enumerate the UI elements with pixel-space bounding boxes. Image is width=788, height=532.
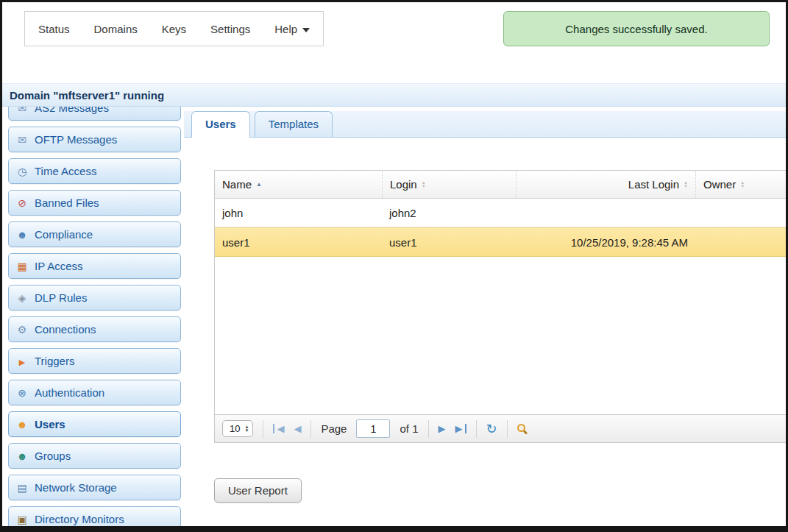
sidebar-item-label: IP Access (35, 260, 83, 272)
sidebar-item-label: OFTP Messages (35, 133, 117, 146)
user-icon (16, 419, 28, 430)
main-body: AS2 Messages OFTP Messages Time Access B… (2, 107, 786, 526)
column-label: Login (390, 178, 417, 191)
sidebar-item-authentication[interactable]: Authentication (8, 380, 181, 405)
table-row-john[interactable]: john john2 (215, 199, 786, 227)
app-window: Status Domains Keys Settings Help Change… (0, 0, 788, 532)
sort-icon: ▲▼ (422, 181, 426, 188)
trigger-icon (16, 356, 28, 366)
sidebar-item-groups[interactable]: Groups (8, 443, 181, 469)
top-bar: Status Domains Keys Settings Help Change… (2, 2, 786, 83)
column-header-name[interactable]: Name ▲ (215, 171, 382, 198)
sidebar-item-ip-access[interactable]: IP Access (8, 253, 181, 279)
sidebar: AS2 Messages OFTP Messages Time Access B… (2, 107, 184, 526)
divider (310, 420, 311, 438)
menu-item-domains[interactable]: Domains (94, 23, 138, 35)
user-report-button[interactable]: User Report (214, 478, 302, 503)
envelope-icon (16, 135, 28, 145)
envelope-icon (16, 107, 28, 113)
main-menu: Status Domains Keys Settings Help (24, 11, 324, 46)
banned-icon (16, 198, 28, 208)
storage-icon (16, 483, 28, 493)
menu-item-status[interactable]: Status (38, 23, 70, 35)
previous-page-icon[interactable]: ◀ (294, 424, 301, 433)
menu-item-keys[interactable]: Keys (162, 23, 186, 35)
page-size-value: 10 (230, 423, 240, 434)
column-label: Last Login (628, 178, 679, 191)
shield-icon (16, 293, 28, 303)
column-header-owner[interactable]: Owner ▲▼ (695, 171, 786, 198)
sidebar-item-label: DLP Rules (35, 291, 87, 304)
table-header-row: Name ▲ Login ▲▼ Last Login ▲▼ Owner (215, 171, 786, 199)
grid-icon (16, 261, 28, 272)
sidebar-item-time-access[interactable]: Time Access (8, 158, 181, 184)
column-label: Owner (703, 178, 736, 191)
success-alert-text: Changes successfully saved. (565, 23, 707, 35)
folder-icon (16, 514, 28, 525)
group-icon (16, 451, 28, 461)
stepper-icon: ▲▼ (244, 425, 249, 433)
users-table: Name ▲ Login ▲▼ Last Login ▲▼ Owner (214, 170, 786, 443)
sidebar-item-network-storage[interactable]: Network Storage (8, 475, 181, 500)
content-area: Users Templates Name ▲ Login ▲▼ (184, 107, 786, 526)
tab-bar: Users Templates (184, 111, 786, 138)
sort-icon: ▲▼ (740, 181, 745, 188)
cell-login: user1 (382, 228, 516, 256)
sidebar-item-label: Banned Files (35, 196, 99, 209)
pagination-bar: 10 ▲▼ ◀ ◀ Page of 1 ▶ ▶ (215, 414, 786, 442)
sidebar-item-triggers[interactable]: Triggers (8, 348, 181, 374)
next-page-icon[interactable]: ▶ (439, 424, 446, 433)
cell-login: john2 (382, 199, 516, 227)
tab-users[interactable]: Users (191, 111, 250, 138)
sidebar-item-directory-monitors[interactable]: Directory Monitors (8, 506, 181, 526)
sort-icon: ▲▼ (684, 181, 688, 188)
chevron-down-icon (302, 28, 310, 32)
person-icon (16, 230, 28, 240)
column-label: Name (222, 178, 252, 191)
clock-icon (16, 166, 28, 177)
domain-status-bar: Domain "mftserver1" running (2, 83, 786, 107)
refresh-icon[interactable]: ↻ (486, 422, 497, 436)
tab-templates[interactable]: Templates (255, 111, 333, 137)
sidebar-item-connections[interactable]: Connections (8, 316, 181, 342)
auth-icon (16, 388, 28, 398)
sidebar-item-label: Groups (35, 450, 71, 462)
cell-name: john (215, 199, 382, 227)
divider (428, 420, 429, 438)
page-input[interactable] (356, 419, 390, 438)
gear-icon (16, 324, 28, 335)
divider (476, 420, 477, 438)
last-page-icon[interactable]: ▶ (455, 424, 466, 433)
page-label: Page (321, 422, 347, 435)
divider (263, 420, 263, 438)
search-icon[interactable] (517, 424, 528, 434)
table-empty-area (215, 257, 786, 414)
sort-asc-icon: ▲ (256, 181, 262, 188)
sidebar-item-banned-files[interactable]: Banned Files (8, 190, 181, 216)
cell-owner (695, 199, 786, 227)
cell-owner (695, 228, 786, 256)
cell-name: user1 (215, 228, 382, 256)
sidebar-item-label: Connections (35, 323, 96, 336)
menu-item-settings[interactable]: Settings (210, 23, 250, 35)
sidebar-item-label: AS2 Messages (35, 107, 109, 114)
table-row-user1[interactable]: user1 user1 10/25/2019, 9:28:45 AM (215, 227, 786, 257)
sidebar-item-label: Time Access (35, 165, 96, 177)
sidebar-item-users[interactable]: Users (8, 411, 181, 437)
sidebar-item-compliance[interactable]: Compliance (8, 221, 181, 247)
sidebar-item-as2-messages[interactable]: AS2 Messages (8, 107, 181, 121)
page-of-label: of 1 (400, 422, 418, 435)
first-page-icon[interactable]: ◀ (273, 424, 284, 433)
sidebar-item-label: Compliance (35, 228, 93, 241)
sidebar-item-label: Network Storage (35, 481, 117, 494)
menu-item-help[interactable]: Help (274, 23, 310, 35)
column-header-last-login[interactable]: Last Login ▲▼ (516, 171, 695, 198)
sidebar-item-oftp-messages[interactable]: OFTP Messages (8, 127, 181, 152)
column-header-login[interactable]: Login ▲▼ (382, 171, 516, 198)
cell-last-login (516, 199, 695, 227)
domain-status-text: Domain "mftserver1" running (10, 89, 164, 102)
sidebar-item-dlp-rules[interactable]: DLP Rules (8, 285, 181, 311)
sidebar-item-label: Directory Monitors (35, 513, 124, 525)
page-size-select[interactable]: 10 ▲▼ (222, 420, 253, 437)
sidebar-item-label: Triggers (35, 355, 74, 367)
